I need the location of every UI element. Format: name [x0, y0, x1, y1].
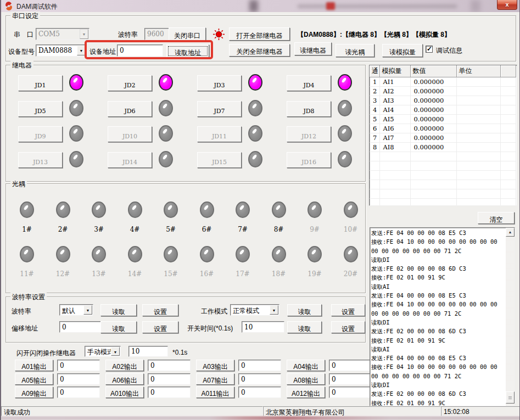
opto-cell	[225, 201, 260, 220]
table-cell	[456, 115, 500, 124]
table-cell	[456, 96, 500, 105]
analog-col-header[interactable]: 通	[370, 65, 379, 77]
company-name: 北京聚英翱翔电子有限公司	[263, 406, 441, 416]
output-value-input-a012[interactable]: 0	[329, 387, 372, 398]
table-cell: AI2	[379, 87, 410, 96]
output-value-input-a05[interactable]: 0	[57, 373, 100, 385]
output-button-a07[interactable]: A07输出	[196, 373, 234, 385]
baud-setting-select[interactable]: 默认 ▼	[59, 304, 93, 316]
device-address-label: 设备地址	[90, 47, 116, 57]
serial-settings-group: 串口设定 串 口 COM5 ▼ 波特率 9600 ▼ 关闭串口 打开全部继电器 …	[5, 15, 516, 61]
table-cell	[370, 161, 379, 171]
opto-led-2	[56, 201, 70, 218]
output-button-a011[interactable]: A011输出	[196, 387, 234, 398]
debug-info-label: 调试信息	[436, 46, 462, 55]
output-value-input-a011[interactable]: 0	[238, 387, 281, 398]
output-button-a03[interactable]: A03输出	[196, 360, 234, 371]
opto-led-3	[92, 201, 106, 218]
opto-led-4	[128, 201, 142, 218]
close-all-relays-button[interactable]: 关闭全部继电器	[229, 44, 290, 57]
scrollbar-thumb[interactable]	[506, 391, 515, 404]
analog-col-header[interactable]: 数值	[410, 65, 456, 77]
analog-col-header[interactable]	[500, 65, 516, 77]
read-analog-button[interactable]: 读模拟量	[382, 44, 423, 57]
table-cell: 4	[370, 105, 379, 115]
flash-mode-select[interactable]: 手动模式 ▼	[85, 346, 121, 357]
table-cell: AI1	[379, 77, 410, 87]
opto-cell	[46, 201, 81, 220]
close-port-button[interactable]: 关闭串口	[169, 27, 206, 41]
output-value-input-a08[interactable]: 0	[329, 373, 372, 385]
relay-button-jd1[interactable]: JD1	[18, 75, 63, 91]
clear-log-button[interactable]: 清空	[478, 212, 515, 224]
analog-col-header[interactable]: 单位	[456, 65, 500, 77]
log-scrollbar[interactable]: ▲	[506, 228, 515, 406]
relay-button-jd4[interactable]: JD4	[287, 75, 331, 91]
output-button-a02[interactable]: A02输出	[105, 360, 144, 371]
table-cell: 8	[370, 143, 379, 152]
switch-time-set-button[interactable]: 设置	[331, 321, 365, 333]
read-address-button[interactable]: 读取地址	[166, 44, 209, 58]
relay-button-jd8[interactable]: JD8	[287, 101, 331, 117]
title-bar: DAM调试软件 x	[1, 0, 520, 12]
read-relays-button[interactable]: 读继电器	[294, 42, 332, 55]
output-value-input-a04[interactable]: 0	[329, 360, 372, 371]
relay-button-jd3[interactable]: JD3	[197, 75, 242, 91]
table-cell	[456, 152, 500, 161]
offset-read-button[interactable]: 读取	[100, 321, 137, 333]
analog-table[interactable]: 通模拟量数值单位1AI10.0000002AI20.0000003AI30.00…	[369, 65, 517, 206]
table-cell	[379, 199, 410, 206]
output-button-a08[interactable]: A08输出	[287, 373, 325, 385]
debug-log-text: 发送:FE 04 00 00 00 08 E5 C3 接收:FE 04 10 0…	[371, 228, 505, 406]
output-button-a09[interactable]: A09输出	[15, 387, 53, 398]
output-button-a01[interactable]: A01输出	[15, 360, 53, 371]
output-value-input-a06[interactable]: 0	[148, 373, 191, 385]
relay-button-jd5[interactable]: JD5	[18, 101, 63, 117]
offset-address-input[interactable]: 0	[59, 321, 104, 333]
switch-time-input[interactable]: 10	[242, 321, 284, 333]
baud-read-button[interactable]: 读取	[100, 304, 137, 316]
relay-button-jd7[interactable]: JD7	[197, 101, 242, 117]
output-value-input-a07[interactable]: 0	[238, 373, 281, 385]
close-button[interactable]: x	[497, 0, 517, 10]
open-all-relays-button[interactable]: 打开全部继电器	[229, 27, 290, 41]
opto-label-5: 5#	[153, 226, 188, 233]
baud-set-button[interactable]: 设置	[142, 304, 178, 316]
work-mode-set-button[interactable]: 设置	[331, 304, 365, 316]
output-value-input-a01[interactable]: 0	[57, 360, 100, 371]
scroll-up-icon[interactable]: ▲	[506, 228, 515, 237]
output-value-input-a010[interactable]: 0	[148, 387, 191, 398]
table-cell	[456, 171, 500, 180]
relay-button-jd6[interactable]: JD6	[108, 101, 152, 117]
work-mode-select[interactable]: 正常模式 ▼	[230, 304, 279, 316]
relay-button-jd2[interactable]: JD2	[108, 75, 152, 91]
output-value-input-a02[interactable]: 0	[148, 360, 191, 371]
baud-settings-group: 波特率设置 波特率 默认 ▼ 读取 设置 工作模式 正常模式 ▼ 读取 设置 偏…	[5, 296, 366, 343]
table-row-empty	[370, 152, 516, 161]
opto-label-2: 2#	[46, 226, 81, 233]
output-button-a010[interactable]: A010输出	[105, 387, 144, 398]
opto-cell	[333, 201, 368, 220]
output-button-a05[interactable]: A05输出	[15, 373, 53, 385]
output-value-input-a03[interactable]: 0	[238, 360, 281, 371]
debug-log-panel[interactable]: 发送:FE 04 00 00 00 08 E5 C3 接收:FE 04 10 0…	[370, 227, 515, 406]
output-button-a012[interactable]: A012输出	[287, 387, 325, 398]
work-mode-read-button[interactable]: 读取	[287, 304, 322, 316]
output-button-a06[interactable]: A06输出	[105, 373, 144, 385]
switch-time-read-button[interactable]: 读取	[287, 321, 322, 333]
opto-led-5	[164, 201, 178, 218]
offset-set-button[interactable]: 设置	[142, 321, 178, 333]
device-address-input[interactable]: 0	[117, 44, 163, 57]
output-value-input-a09[interactable]: 0	[57, 387, 100, 398]
analog-col-header[interactable]: 模拟量	[379, 65, 410, 77]
opto-cell	[153, 246, 188, 264]
output-button-a04[interactable]: A04输出	[287, 360, 325, 371]
opto-led-13	[92, 246, 106, 262]
flash-time-input[interactable]: 10	[128, 346, 168, 357]
debug-info-checkbox[interactable]	[426, 46, 433, 53]
opto-label-18: 18#	[261, 270, 297, 278]
read-opto-button[interactable]: 读光耦	[336, 44, 374, 57]
background-artifact	[326, 2, 335, 10]
model-select[interactable]: DAM0888 ▼	[36, 44, 87, 57]
table-cell: 0.000000	[410, 87, 456, 96]
